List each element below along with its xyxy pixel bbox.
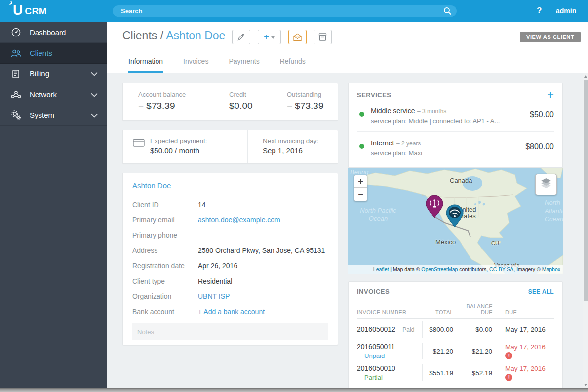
user-menu[interactable]: admin bbox=[556, 7, 576, 15]
credit-label: Credit bbox=[229, 91, 273, 98]
vertical-scrollbar-thumb[interactable] bbox=[584, 80, 588, 301]
openstreetmap-link[interactable]: OpenStreetMap bbox=[421, 266, 458, 272]
archive-client-button[interactable] bbox=[314, 30, 332, 44]
invoices-panel: INVOICES SEE ALL INVOICE NUMBER TOTAL BA… bbox=[348, 281, 563, 388]
sidebar-item-billing[interactable]: Billing bbox=[0, 64, 107, 84]
col-balance-due: BALANCE DUE bbox=[453, 303, 499, 315]
service-detail: service plan: Maxi bbox=[371, 149, 422, 157]
invoice-number[interactable]: 2016050012 bbox=[357, 325, 395, 333]
mapbox-link[interactable]: Mapbox bbox=[542, 266, 560, 272]
chevron-down-icon bbox=[91, 111, 98, 119]
topbar: U CRM ? admin bbox=[0, 0, 588, 22]
field-label: Client type bbox=[132, 277, 198, 285]
invoice-row[interactable]: 2016050012 Paid $800.00 $0.00 May 17, 20… bbox=[357, 319, 554, 340]
field-label: Bank account bbox=[132, 308, 198, 316]
col-due: DUE bbox=[499, 309, 553, 315]
zoom-in-button[interactable]: + bbox=[354, 175, 367, 188]
service-price: $50.00 bbox=[530, 107, 554, 119]
plus-icon: + bbox=[264, 33, 269, 41]
service-row[interactable]: Internet – 2 years service plan: Maxi $8… bbox=[357, 131, 554, 163]
tower-marker[interactable] bbox=[426, 195, 443, 218]
invoice-status-partial: Partial bbox=[364, 374, 422, 381]
service-duration: – 2 years bbox=[396, 140, 421, 147]
sidebar: Dashboard Clients Billing bbox=[0, 22, 107, 388]
email-link[interactable]: ashton.doe@example.com bbox=[198, 216, 280, 224]
organization-link[interactable]: UBNT ISP bbox=[198, 292, 230, 300]
next-invoicing-label: Next invoicing day: bbox=[263, 137, 318, 144]
search-icon[interactable] bbox=[443, 7, 452, 17]
service-name[interactable]: Middle service bbox=[371, 107, 415, 115]
client-row-email: Primary email ashton.doe@example.com bbox=[132, 212, 328, 227]
services-panel: SERVICES + Middle service – 3 months ser… bbox=[348, 83, 563, 168]
envelope-icon bbox=[292, 33, 303, 41]
client-row-phone: Primary phone — bbox=[132, 227, 328, 243]
col-invoice-number: INVOICE NUMBER bbox=[357, 309, 423, 315]
scroll-down-arrow-icon[interactable] bbox=[584, 384, 587, 386]
sidebar-item-system[interactable]: System bbox=[0, 105, 107, 126]
tab-bar: Information Invoices Payments Refunds bbox=[128, 57, 306, 73]
invoice-number[interactable]: 2016050010 bbox=[357, 364, 422, 372]
invoice-balance: $21.20 bbox=[453, 343, 499, 359]
map-layers-control[interactable] bbox=[535, 174, 557, 195]
leaflet-link[interactable]: Leaflet bbox=[373, 266, 389, 272]
add-bank-account-link[interactable]: + Add a bank account bbox=[198, 308, 265, 316]
network-icon bbox=[10, 89, 22, 100]
balance-summary-card: Account balance − $73.39 Credit $0.00 Ou… bbox=[122, 83, 338, 121]
field-label: Primary email bbox=[132, 216, 198, 224]
tab-invoices[interactable]: Invoices bbox=[183, 57, 208, 73]
notes-input[interactable] bbox=[132, 323, 328, 340]
invoice-due-date: May 17, 2016 bbox=[505, 365, 553, 372]
tab-refunds[interactable]: Refunds bbox=[280, 57, 306, 73]
add-service-button[interactable]: + bbox=[547, 90, 554, 100]
field-value: — bbox=[198, 231, 205, 239]
client-row-bank: Bank account + Add a bank account bbox=[132, 304, 328, 319]
see-all-link[interactable]: SEE ALL bbox=[528, 288, 554, 295]
tab-information[interactable]: Information bbox=[128, 57, 163, 73]
vertical-scrollbar[interactable] bbox=[583, 73, 588, 388]
service-name[interactable]: Internet bbox=[371, 139, 394, 147]
horizontal-scrollbar[interactable] bbox=[0, 388, 588, 392]
client-location-map[interactable]: Bering Canada United States México CU Ve… bbox=[348, 168, 563, 274]
invoice-number[interactable]: 2016050011 bbox=[357, 343, 422, 351]
outstanding: Outstanding − $73.39 bbox=[273, 83, 338, 120]
breadcrumb-clients[interactable]: Clients bbox=[122, 29, 157, 42]
field-value: Apr 26, 2016 bbox=[198, 262, 237, 270]
invoice-row[interactable]: 2016050011 Unpaid $21.20 $21.20 May 17, … bbox=[357, 340, 554, 362]
invoice-row[interactable]: 2016050010 Partial $551.19 $52.19 May 17… bbox=[357, 362, 554, 384]
service-row[interactable]: Middle service – 3 months service plan: … bbox=[357, 100, 554, 131]
outstanding-label: Outstanding bbox=[287, 91, 338, 98]
send-message-button[interactable] bbox=[288, 30, 307, 44]
zoom-out-button[interactable]: − bbox=[354, 188, 367, 201]
search-input[interactable] bbox=[113, 5, 457, 17]
pencil-icon bbox=[236, 33, 246, 42]
field-label: Client ID bbox=[132, 201, 198, 209]
ccbysa-link[interactable]: CC-BY-SA bbox=[489, 266, 513, 272]
sidebar-item-network[interactable]: Network bbox=[0, 84, 107, 105]
logo-u-icon: U bbox=[13, 3, 23, 18]
sidebar-item-clients[interactable]: Clients bbox=[0, 43, 107, 64]
client-details-card: Ashton Doe Client ID 14 Primary email as… bbox=[122, 173, 338, 345]
invoice-status-paid: Paid bbox=[402, 326, 414, 333]
field-label: Organization bbox=[132, 292, 198, 300]
field-label: Address bbox=[132, 247, 198, 254]
field-label: Primary phone bbox=[132, 231, 198, 239]
field-label: Registration date bbox=[132, 262, 198, 270]
account-balance: Account balance − $73.39 bbox=[123, 83, 210, 120]
view-as-client-button[interactable]: VIEW AS CLIENT bbox=[520, 32, 581, 42]
credit-value: $0.00 bbox=[229, 101, 273, 111]
breadcrumb: Clients / Ashton Doe bbox=[122, 29, 225, 42]
client-row-type: Client type Residential bbox=[132, 273, 328, 288]
help-icon[interactable]: ? bbox=[537, 6, 542, 16]
client-row-address: Address 2580 Orchard Pkwy, San Jose, CA … bbox=[132, 243, 328, 258]
add-dropdown-button[interactable]: + bbox=[258, 30, 281, 44]
search-box bbox=[113, 5, 457, 17]
ucrm-logo[interactable]: U CRM bbox=[13, 3, 47, 18]
sidebar-item-label: Network bbox=[30, 90, 57, 99]
scroll-up-arrow-icon[interactable] bbox=[584, 75, 587, 78]
client-name-link[interactable]: Ashton Doe bbox=[132, 181, 328, 190]
tab-payments[interactable]: Payments bbox=[229, 57, 259, 73]
edit-client-button[interactable] bbox=[232, 30, 250, 44]
attribution-text: contributors, bbox=[458, 266, 489, 272]
wifi-marker[interactable] bbox=[446, 205, 463, 227]
sidebar-item-dashboard[interactable]: Dashboard bbox=[0, 22, 107, 43]
